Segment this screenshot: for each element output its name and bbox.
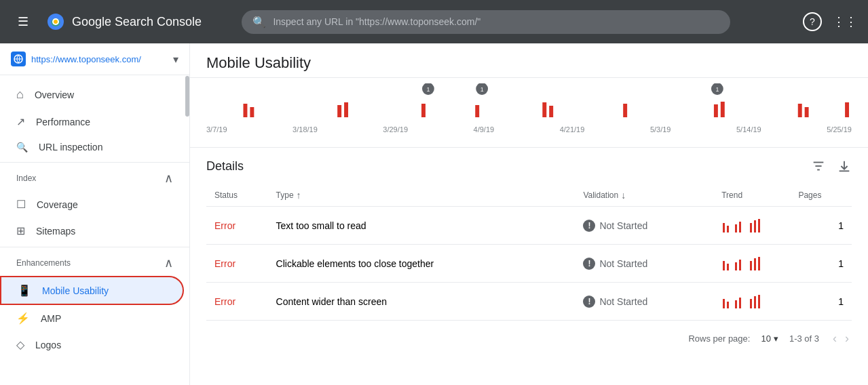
svg-rect-42 xyxy=(723,299,725,308)
svg-rect-7 xyxy=(344,102,348,117)
svg-rect-38 xyxy=(739,260,741,270)
download-icon xyxy=(837,159,852,174)
sidebar-item-url-inspection-label: URL inspection xyxy=(39,142,102,153)
not-started-icon: ! xyxy=(583,258,595,270)
svg-rect-21 xyxy=(798,104,802,117)
svg-rect-32 xyxy=(750,223,752,232)
svg-rect-14 xyxy=(421,104,426,117)
row-trend-sparkline xyxy=(721,292,762,308)
sidebar-item-overview[interactable]: ⌂ Overview xyxy=(0,81,184,108)
sidebar-item-coverage[interactable]: ☐ Coverage xyxy=(0,191,184,218)
svg-rect-17 xyxy=(549,106,553,117)
chart-dates: 3/7/19 3/18/19 3/29/19 4/9/19 4/21/19 5/… xyxy=(206,123,852,136)
svg-rect-47 xyxy=(754,296,756,308)
rows-per-page-select[interactable]: 10 ▾ xyxy=(761,333,778,344)
table-row[interactable]: Error Clickable elements too close toget… xyxy=(206,245,852,283)
svg-rect-5 xyxy=(250,107,254,117)
enhancements-section-label: Enhancements xyxy=(16,258,71,268)
details-table: Status Type ↑ Validation ↓ xyxy=(206,184,852,321)
hamburger-icon: ☰ xyxy=(18,14,29,29)
app-logo: Google Search Console xyxy=(46,12,202,31)
sidebar-scrollbar[interactable] xyxy=(185,76,189,117)
svg-rect-36 xyxy=(727,264,729,270)
search-icon: 🔍 xyxy=(252,16,266,28)
header-actions: ? ⋮⋮ xyxy=(800,9,857,34)
filter-button[interactable] xyxy=(811,159,826,174)
pagination-range: 1-3 of 3 xyxy=(789,333,819,344)
sidebar-item-mobile-usability[interactable]: 📱 Mobile Usability xyxy=(0,276,184,305)
type-sort-icon: ↑ xyxy=(297,190,301,201)
validation-badge: ! Not Started xyxy=(583,258,705,270)
index-section-header[interactable]: Index ∧ xyxy=(0,165,189,191)
apps-button[interactable]: ⋮⋮ xyxy=(833,9,857,34)
site-selector[interactable]: https://www.toponseek.com/ ▾ xyxy=(0,43,189,75)
page-title-bar: Mobile Usability xyxy=(190,43,868,78)
not-started-icon: ! xyxy=(583,296,595,308)
row-pages: 1 xyxy=(790,245,852,283)
site-icon xyxy=(11,52,26,66)
svg-rect-35 xyxy=(723,261,725,270)
svg-rect-29 xyxy=(727,226,729,232)
svg-rect-34 xyxy=(758,219,760,232)
trend-chart-container: 1 1 1 xyxy=(206,83,852,117)
sidebar-item-performance[interactable]: ↗ Performance xyxy=(0,108,184,135)
row-trend xyxy=(713,207,790,245)
svg-rect-15 xyxy=(475,105,479,117)
search-bar[interactable]: 🔍 xyxy=(242,10,730,34)
enhancements-section-header[interactable]: Enhancements ∧ xyxy=(0,250,189,276)
row-trend xyxy=(713,245,790,283)
validation-label: Not Started xyxy=(599,220,647,231)
svg-rect-28 xyxy=(723,223,725,232)
validation-sort-icon: ↓ xyxy=(621,190,626,201)
app-name-label: Google Search Console xyxy=(72,15,202,29)
svg-rect-20 xyxy=(721,102,725,117)
mobile-usability-icon: 📱 xyxy=(18,284,31,297)
menu-button[interactable]: ☰ xyxy=(11,9,35,34)
sidebar-item-logos[interactable]: ◇ Logos xyxy=(0,331,184,358)
table-row[interactable]: Error Text too small to read ! Not Start… xyxy=(206,207,852,245)
svg-text:1: 1 xyxy=(480,86,484,93)
svg-rect-33 xyxy=(754,220,756,232)
chart-date-5: 4/21/19 xyxy=(560,125,585,134)
validation-label: Not Started xyxy=(599,258,647,269)
search-input[interactable] xyxy=(273,16,719,27)
error-badge: Error xyxy=(214,220,235,231)
table-row[interactable]: Error Content wider than screen ! Not St… xyxy=(206,283,852,321)
row-validation: ! Not Started xyxy=(575,207,713,245)
col-header-trend: Trend xyxy=(713,184,790,207)
details-title: Details xyxy=(206,159,244,174)
validation-label: Not Started xyxy=(599,296,647,307)
sidebar-item-amp[interactable]: ⚡ AMP xyxy=(0,305,184,331)
svg-rect-16 xyxy=(542,102,546,117)
validation-badge: ! Not Started xyxy=(583,220,705,232)
sidebar-item-sitemaps[interactable]: ⊞ Sitemaps xyxy=(0,218,184,244)
performance-icon: ↗ xyxy=(16,115,25,128)
svg-text:1: 1 xyxy=(426,86,430,93)
pagination-prev-button[interactable]: ‹ xyxy=(830,329,839,348)
chart-area: 1 1 1 xyxy=(190,78,868,148)
row-status: Error xyxy=(206,207,268,245)
filter-icon xyxy=(811,159,826,174)
main-layout: https://www.toponseek.com/ ▾ ⌂ Overview … xyxy=(0,43,868,385)
download-button[interactable] xyxy=(837,159,852,174)
svg-rect-19 xyxy=(714,104,718,117)
help-button[interactable]: ? xyxy=(800,9,825,34)
row-type: Content wider than screen xyxy=(268,283,575,321)
chart-date-7: 5/14/19 xyxy=(736,125,761,134)
svg-rect-46 xyxy=(750,299,752,308)
col-header-status: Status xyxy=(206,184,268,207)
chart-date-1: 3/7/19 xyxy=(206,125,227,134)
pagination-next-button[interactable]: › xyxy=(842,329,852,348)
svg-point-2 xyxy=(54,20,58,24)
row-trend xyxy=(713,283,790,321)
sidebar-item-url-inspection[interactable]: 🔍 URL inspection xyxy=(0,135,184,159)
col-header-validation[interactable]: Validation ↓ xyxy=(575,184,713,207)
pagination-navigation: ‹ › xyxy=(830,329,852,348)
chevron-down-icon: ▾ xyxy=(173,53,178,66)
col-header-type[interactable]: Type ↑ xyxy=(268,184,575,207)
index-collapse-icon: ∧ xyxy=(164,171,173,186)
row-type: Text too small to read xyxy=(268,207,575,245)
gsc-logo-icon xyxy=(46,12,65,31)
validation-badge: ! Not Started xyxy=(583,296,705,308)
sidebar-item-logos-label: Logos xyxy=(35,340,61,350)
